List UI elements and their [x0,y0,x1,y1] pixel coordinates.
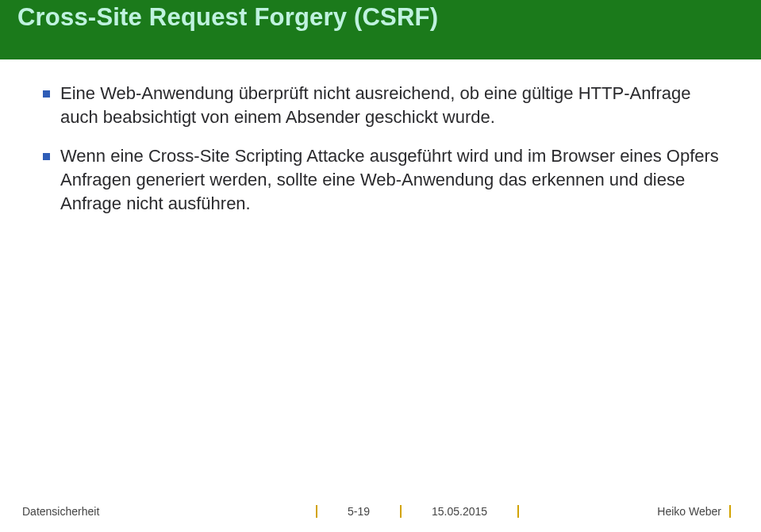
slide-title: Cross-Site Request Forgery (CSRF) [17,0,438,32]
footer-page: 5-19 [348,505,370,518]
footer-separator [316,505,317,518]
footer-date: 15.05.2015 [432,505,487,518]
footer-separator [517,505,519,518]
list-item: Eine Web-Anwendung überprüft nicht ausre… [40,82,729,130]
footer-left: Datensicherheit [22,505,308,518]
list-item: Wenn eine Cross-Site Scripting Attacke a… [40,144,729,216]
slide-content: Eine Web-Anwendung überprüft nicht ausre… [0,59,761,216]
footer-author: Heiko Weber [657,505,721,518]
footer-separator [729,505,731,518]
footer-right: Heiko Weber [527,505,739,518]
footer-separator [400,505,402,518]
footer-course: Datensicherheit [22,505,99,518]
slide-header: Cross-Site Request Forgery (CSRF) [0,0,761,59]
bullet-list: Eine Web-Anwendung überprüft nicht ausre… [40,82,729,216]
footer-center: 5-19 15.05.2015 [308,505,527,518]
slide-footer: Datensicherheit 5-19 15.05.2015 Heiko We… [0,505,761,518]
